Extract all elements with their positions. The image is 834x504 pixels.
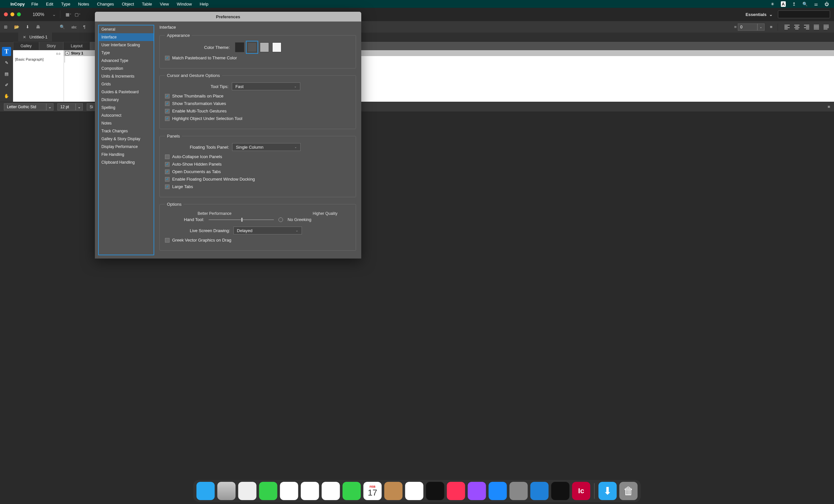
checkbox-enable-floating-document-window-docking[interactable] (165, 177, 170, 181)
input-source-icon[interactable]: A (781, 1, 786, 7)
pref-sidebar-item-composition[interactable]: Composition (99, 65, 154, 72)
checkbox-enable-multi-touch-gestures[interactable] (165, 109, 170, 113)
zoom-dropdown[interactable]: 100% ⌄ (32, 12, 56, 17)
bug-icon[interactable]: ✳ (771, 2, 774, 6)
menu-object[interactable]: Object (122, 2, 134, 6)
floating-tools-dropdown[interactable]: Single Column ⌄ (232, 143, 301, 151)
hand-tool-slider[interactable] (208, 219, 274, 220)
pref-sidebar-item-galley-story-display[interactable]: Galley & Story Display (99, 135, 154, 143)
checkbox-show-transformation-values[interactable] (165, 102, 170, 106)
align-right-icon[interactable] (803, 23, 811, 31)
search-input[interactable] (778, 10, 830, 18)
pref-sidebar-item-general[interactable]: General (99, 25, 154, 33)
dock-incopy-icon[interactable]: Ic (572, 482, 590, 500)
paragraph-icon[interactable]: ¶ (83, 24, 85, 29)
align-justify-icon[interactable] (812, 23, 820, 31)
menu-table[interactable]: Table (142, 2, 152, 6)
power-icon[interactable]: ⏻ (825, 2, 829, 6)
view-tab-story[interactable]: Story (39, 42, 63, 50)
window-close[interactable] (4, 13, 8, 16)
close-icon[interactable]: ✕ (23, 35, 26, 40)
window-zoom[interactable] (17, 13, 21, 16)
view-tab-galley[interactable]: Galley (13, 42, 39, 50)
font-family-dropdown[interactable]: Letter Gothic Std ⌄ (4, 103, 53, 111)
dock-settings-icon[interactable] (510, 482, 528, 500)
note-tool[interactable]: ✎ (2, 58, 11, 67)
pref-sidebar-item-spelling[interactable]: Spelling (99, 104, 154, 111)
pref-sidebar-item-autocorrect[interactable]: Autocorrect (99, 111, 154, 119)
find-icon[interactable]: 🔍 (60, 24, 65, 29)
leading-field[interactable]: ≡ ⌄ (734, 23, 765, 31)
align-left-icon[interactable] (783, 23, 791, 31)
menu-notes[interactable]: Notes (78, 2, 89, 6)
open-icon[interactable]: 📂 (14, 24, 19, 29)
color-theme-swatch-3[interactable] (272, 42, 281, 52)
frame-fit-icon[interactable]: ▦⌄ (64, 12, 73, 17)
greek-vector-checkbox[interactable] (165, 238, 170, 243)
pref-sidebar-item-clipboard-handling[interactable]: Clipboard Handling (99, 158, 154, 166)
twirl-icon[interactable]: ▾ (65, 51, 69, 55)
pref-sidebar-item-user-interface-scaling[interactable]: User Interface Scaling (99, 41, 154, 49)
menu-window[interactable]: Window (177, 2, 192, 6)
color-theme-swatch-2[interactable] (260, 42, 269, 52)
color-theme-swatch-1[interactable] (247, 42, 257, 52)
dock-maps-icon[interactable] (301, 482, 319, 500)
pref-sidebar-item-interface[interactable]: Interface (99, 33, 154, 41)
dock-launchpad-icon[interactable] (217, 482, 236, 500)
pref-sidebar-item-file-handling[interactable]: File Handling (99, 151, 154, 158)
pref-sidebar-item-guides-pasteboard[interactable]: Guides & Pasteboard (99, 88, 154, 96)
menu-view[interactable]: View (160, 2, 169, 6)
pref-sidebar-item-advanced-type[interactable]: Advanced Type (99, 57, 154, 65)
checkbox-open-documents-as-tabs[interactable] (165, 170, 170, 174)
position-tool[interactable]: ▤ (2, 69, 11, 78)
menu-type[interactable]: Type (61, 2, 70, 6)
workspace-dropdown[interactable]: Essentials ⌄ (746, 12, 773, 17)
dock-appstore-icon[interactable] (489, 482, 507, 500)
checkbox-show-thumbnails-on-place[interactable] (165, 94, 170, 98)
eyedropper-tool[interactable]: ✐ (2, 80, 11, 89)
menu-edit[interactable]: Edit (46, 2, 53, 6)
spotlight-icon[interactable]: 🔍 (803, 2, 808, 6)
print-icon[interactable]: 🖶 (36, 24, 40, 29)
align-justify-all-icon[interactable] (822, 23, 830, 31)
dock-safari-icon[interactable] (238, 482, 257, 500)
dock-contacts-icon[interactable] (385, 482, 403, 500)
menu-file[interactable]: File (31, 2, 38, 6)
upload-icon[interactable]: ↥ (792, 2, 796, 6)
dock-finder-icon[interactable] (197, 482, 215, 500)
new-doc-icon[interactable]: ⊞ (4, 24, 7, 29)
pref-sidebar-item-type[interactable]: Type (99, 49, 154, 57)
dock-peak-icon[interactable] (530, 482, 549, 500)
panel-menu-icon[interactable]: ≡ (828, 104, 830, 109)
pref-sidebar-item-units-increments[interactable]: Units & Increments (99, 72, 154, 80)
checkbox-large-tabs[interactable] (165, 184, 170, 189)
hand-tool[interactable]: ✋ (2, 91, 11, 101)
color-theme-swatch-0[interactable] (235, 42, 244, 52)
no-greeking-radio[interactable] (279, 217, 283, 222)
pref-sidebar-item-display-performance[interactable]: Display Performance (99, 143, 154, 151)
menu-icon[interactable]: ≡ (770, 24, 772, 29)
pref-sidebar-item-track-changes[interactable]: Track Changes (99, 127, 154, 135)
font-size-dropdown[interactable]: 12 pt ⌄ (58, 103, 83, 111)
chevron-down-icon[interactable]: ⌄ (758, 23, 765, 31)
dock-music-icon[interactable] (447, 482, 465, 500)
frame-options-icon[interactable]: ▢⌄ (73, 12, 83, 17)
menu-help[interactable]: Help (200, 2, 208, 6)
dock-notes-icon[interactable] (405, 482, 423, 500)
checkbox-auto-collapse-icon-panels[interactable] (165, 155, 170, 159)
dock-facetime-icon[interactable] (343, 482, 361, 500)
control-center-icon[interactable]: ⚌ (814, 2, 818, 6)
spellcheck-icon[interactable]: abc (71, 24, 76, 29)
checkbox-highlight-object-under-selection-tool[interactable] (165, 116, 170, 121)
window-minimize[interactable] (10, 13, 14, 16)
dock-calendar-icon[interactable]: FEB17 (364, 482, 382, 500)
live-screen-drawing-dropdown[interactable]: Delayed ⌄ (234, 226, 302, 234)
align-center-icon[interactable] (793, 23, 801, 31)
app-name[interactable]: InCopy (10, 2, 25, 6)
leading-input[interactable] (738, 23, 758, 31)
pref-sidebar-item-dictionary[interactable]: Dictionary (99, 96, 154, 104)
dock-appletv-icon[interactable] (426, 482, 444, 500)
pref-sidebar-item-notes[interactable]: Notes (99, 119, 154, 127)
dock-mail-icon[interactable] (280, 482, 298, 500)
dock-photos-icon[interactable] (322, 482, 340, 500)
